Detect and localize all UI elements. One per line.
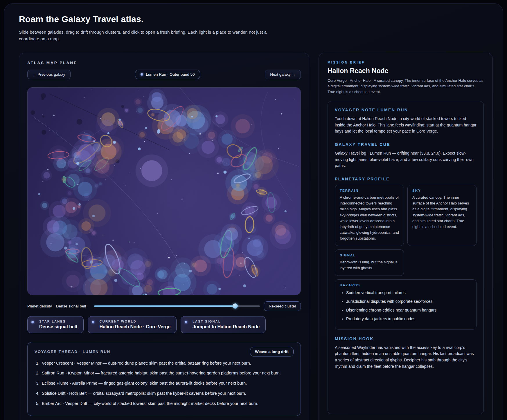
hazard-item: Disorienting chrono-eddies near quantum … <box>346 307 472 313</box>
mission-hook-body: A seasoned Wayfinder has vanished with t… <box>335 345 477 370</box>
voyager-thread-list: Vesper Crescent · Vesper Minor — dust-re… <box>35 360 294 407</box>
weave-long-drift-button[interactable]: Weave a long drift <box>250 347 294 356</box>
app-shell: Roam the Galaxy Travel atlas. Slide betw… <box>4 3 503 420</box>
page-header: Roam the Galaxy Travel atlas. Slide betw… <box>4 4 503 42</box>
card-indicator-dot-icon <box>92 321 94 323</box>
terrain-label: TERRAIN <box>340 189 399 192</box>
planetary-profile-grid: TERRAIN A chrome-and-carbon metropolis o… <box>335 185 477 330</box>
hazard-item: Jurisdictional disputes with corporate s… <box>346 298 472 304</box>
thread-item: Ember Arc · Vesper Drift — city-world of… <box>41 401 294 407</box>
mission-brief-panel: MISSION BRIEF Halion Reach Node Core Ver… <box>319 53 493 420</box>
previous-galaxy-button[interactable]: ← Previous galaxy <box>27 70 71 79</box>
star-lanes-card: STAR LANES Dense signal belt <box>27 316 84 333</box>
mission-hook-section: MISSION HOOK A seasoned Wayfinder has va… <box>335 336 477 370</box>
planetary-profile-heading: PLANETARY PROFILE <box>335 177 477 181</box>
stat-card-value: Jumped to Halion Reach Node <box>193 324 260 330</box>
sky-label: SKY <box>412 189 472 192</box>
planet-density-row: Planet density Dense signal belt Re-seed… <box>27 301 301 311</box>
thread-item: Saffron Run · Krypton Minor — fractured … <box>41 370 294 376</box>
mission-brief-detail-box: VOYAGER NOTE LUMEN RUN Touch down at Hal… <box>328 101 484 414</box>
galaxy-indicator-dot-icon <box>141 73 143 76</box>
hazard-item: Sudden vertical transport failures <box>346 290 472 296</box>
stat-card-label: STAR LANES <box>39 320 78 323</box>
hazard-item: Predatory data-jackers in public nodes <box>346 316 472 322</box>
current-galaxy-label: Lumen Run · Outer band 50 <box>146 72 195 77</box>
signal-label: SIGNAL <box>340 254 399 257</box>
signal-card: SIGNAL Bandwidth is king, but the signal… <box>335 249 404 276</box>
slider-thumb[interactable] <box>233 303 238 309</box>
card-indicator-dot-icon <box>185 321 187 323</box>
slider-fill <box>94 305 235 307</box>
terrain-body: A chrome-and-carbon metropolis of interc… <box>340 195 399 241</box>
atlas-controls: ← Previous galaxy Lumen Run · Outer band… <box>27 70 301 79</box>
thread-item: Eclipse Plume · Aurelia Prime — ringed g… <box>41 380 294 387</box>
atlas-map-canvas[interactable] <box>28 88 301 295</box>
planet-density-value: Dense signal belt <box>56 304 86 308</box>
sky-body: A curated canopy. The inner surface of t… <box>412 195 472 230</box>
atlas-section-label: ATLAS MAP PLANE <box>27 61 301 65</box>
atlas-map-panel: ATLAS MAP PLANE ← Previous galaxy Lumen … <box>19 53 309 420</box>
reseed-cluster-button[interactable]: Re-seed cluster <box>264 301 301 311</box>
voyager-thread-header: VOYAGER THREAD · LUMEN RUN Weave a long … <box>35 347 294 356</box>
page-subtitle: Slide between galaxies, drag to drift th… <box>19 29 274 42</box>
planet-density-slider[interactable] <box>94 303 260 309</box>
mission-brief-intro: Core Verge · Anchor Halo · A curated can… <box>328 78 484 95</box>
voyager-thread-title: VOYAGER THREAD · LUMEN RUN <box>35 350 110 354</box>
mission-hook-heading: MISSION HOOK <box>335 336 477 341</box>
stat-card-label: LAST SIGNAL <box>193 320 260 323</box>
mission-brief-title: Halion Reach Node <box>328 67 484 75</box>
stat-cards-row: STAR LANES Dense signal belt CURRENT WOR… <box>27 316 301 333</box>
mission-brief-eyebrow: MISSION BRIEF <box>328 61 484 64</box>
page-title: Roam the Galaxy Travel atlas. <box>19 14 488 24</box>
hazards-card: HAZARDS Sudden vertical transport failur… <box>335 279 477 330</box>
thread-item: Solstice Drift · Hoth Belt — orbital scr… <box>41 390 294 397</box>
current-galaxy-pill: Lumen Run · Outer band 50 <box>135 70 200 79</box>
travel-cue-heading: GALAXY TRAVEL CUE <box>335 142 477 147</box>
travel-cue-body: Galaxy Travel log · Lumen Run — drifting… <box>335 150 477 169</box>
current-world-card: CURRENT WORLD Halion Reach Node · Core V… <box>88 316 177 333</box>
sky-card: SKY A curated canopy. The inner surface … <box>407 185 477 246</box>
next-galaxy-button[interactable]: Next galaxy → <box>265 70 301 79</box>
terrain-card: TERRAIN A chrome-and-carbon metropolis o… <box>335 185 404 246</box>
main-row: ATLAS MAP PLANE ← Previous galaxy Lumen … <box>4 42 503 420</box>
stat-card-label: CURRENT WORLD <box>100 320 171 323</box>
last-signal-card: LAST SIGNAL Jumped to Halion Reach Node <box>181 316 266 333</box>
voyager-thread-box: VOYAGER THREAD · LUMEN RUN Weave a long … <box>27 342 301 416</box>
voyager-note-heading: VOYAGER NOTE LUMEN RUN <box>335 108 477 112</box>
hazards-list: Sudden vertical transport failures Juris… <box>340 290 472 322</box>
atlas-map-frame <box>27 87 301 295</box>
signal-body: Bandwidth is king, but the signal is lay… <box>340 259 399 271</box>
planet-density-label: Planet density <box>27 304 52 308</box>
thread-item: Vesper Crescent · Vesper Minor — dust-re… <box>41 360 294 367</box>
stat-card-value: Halion Reach Node · Core Verge <box>100 324 171 330</box>
stat-card-value: Dense signal belt <box>39 324 78 330</box>
card-indicator-dot-icon <box>31 321 34 323</box>
voyager-note-body: Touch down at Halion Reach Node, a city-… <box>335 116 477 135</box>
hazards-label: HAZARDS <box>340 283 472 287</box>
